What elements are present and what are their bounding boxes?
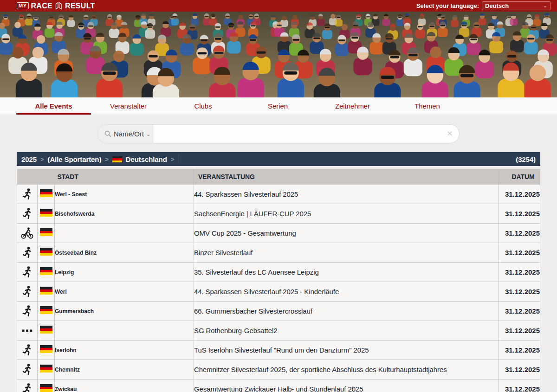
breadcrumb-divider [179,155,179,163]
city-cell: Gummersbach [55,302,194,321]
search-category-label: Name/Ort [114,130,144,138]
page: MY RACE RESULT Select your language: Deu… [0,0,557,392]
search-section: Name/Ort ⌄ ✕ [0,115,557,152]
tab-zeitnehmer[interactable]: Zeitnehmer [315,97,390,115]
event-name-cell: 44. Sparkassen Silvesterlauf 2025 - Kind… [194,282,499,302]
language-value: Deutsch [485,2,509,9]
event-name-cell: OMV Cup 2025 - Gesamtwertung [194,224,499,243]
breadcrumb-year[interactable]: 2025 [21,155,37,163]
date-cell: 31.12.2025 [499,204,540,224]
dots-icon [21,324,33,337]
event-name-cell: Chemnitzer Silvesterlauf 2025, der sport… [194,360,499,379]
search-input[interactable] [153,125,440,143]
city-cell [55,321,194,341]
event-name-cell: 44. Sparkassen Silvesterlauf 2025 [194,185,499,204]
tab-clubs[interactable]: Clubs [166,97,240,115]
logo-race-text: RACE [31,2,53,10]
city-cell: Werl - Soest [55,185,194,204]
events-table-wrap: STADT VERANSTALTUNG DATUM Werl - Soest 4… [17,169,540,392]
breadcrumb-country[interactable]: Deutschland [112,155,167,163]
my-raceresult-logo[interactable]: MY RACE RESULT [17,2,95,10]
search-bar: Name/Ort ⌄ ✕ [97,124,460,143]
breadcrumb-sport-label: (Alle Sportarten) [47,155,101,163]
table-header-row: STADT VERANSTALTUNG DATUM [17,169,540,185]
column-header-veranstaltung: VERANSTALTUNG [194,169,499,185]
runner-icon [21,266,33,278]
breadcrumb-sport[interactable]: (Alle Sportarten) [47,155,101,163]
event-name-cell: Gesamtwertung Zwickauer Halb- und Stunde… [194,379,499,392]
runner-icon [21,285,33,298]
tab-alle-events[interactable]: Alle Events [16,97,91,115]
tab-veranstalter[interactable]: Veranstalter [91,97,166,115]
runner-icon [21,344,33,356]
column-header-stadt: STADT [55,169,194,185]
clear-search-icon[interactable]: ✕ [440,129,459,138]
date-cell: 31.12.2025 [499,263,540,282]
breadcrumb-country-label: Deutschland [126,155,167,163]
germany-flag-icon [112,156,122,162]
city-cell: Chemnitz [55,360,194,379]
runner-icon [21,207,33,220]
date-cell: 31.12.2025 [499,185,540,204]
logo-my-badge: MY [17,2,29,9]
date-cell: 31.12.2025 [499,302,540,321]
event-name-cell: 66. Gummersbacher Silvestercrosslauf [194,302,499,321]
breadcrumb-year-label: 2025 [21,155,37,163]
event-name-cell: 35. Silvesterlauf des LC Auensee Leipzig [194,263,499,282]
tab-serien[interactable]: Serien [240,97,315,115]
city-cell: Ostseebad Binz [55,243,194,263]
event-row[interactable]: Bischofswerda SachsenEnergie | LÄUFER-CU… [17,204,540,224]
city-cell: Iserlohn [55,341,194,360]
date-cell: 31.12.2025 [499,341,540,360]
event-row[interactable]: Chemnitz Chemnitzer Silvesterlauf 2025, … [17,360,540,379]
cyclist-icon [21,227,33,239]
filter-breadcrumb-bar: 2025 > (Alle Sportarten) > Deutschland >… [17,152,540,166]
hero-image [0,12,557,97]
runner-icon [21,383,33,392]
germany-flag-icon [40,209,52,217]
language-label: Select your language: [416,2,479,9]
date-cell: 31.12.2025 [499,379,540,392]
germany-flag-icon [40,306,52,314]
country-column-header [38,169,55,185]
city-cell: Bischofswerda [55,204,194,224]
germany-flag-icon [40,228,52,236]
event-name-cell: SG Rothenburg-Gebsattel2 [194,321,499,341]
tab-themen[interactable]: Themen [390,97,465,115]
event-name-cell: SachsenEnergie | LÄUFER-CUP 2025 [194,204,499,224]
event-row[interactable]: Iserlohn TuS Iserlohn Silvesterlauf "Run… [17,341,540,360]
event-row[interactable]: Werl 44. Sparkassen Silvesterlauf 2025 -… [17,282,540,302]
event-row[interactable]: SG Rothenburg-Gebsattel2 31.12.2025 [17,321,540,341]
germany-flag-icon [40,267,52,275]
chevron-down-icon: ⌄ [146,131,150,137]
language-select[interactable]: Deutsch ⌄ [482,1,551,10]
event-row[interactable]: Werl - Soest 44. Sparkassen Silvesterlau… [17,185,540,204]
search-icon [104,130,111,137]
runner-icon [21,188,33,200]
germany-flag-icon [40,384,52,392]
event-name-cell: Binzer Silvesterlauf [194,243,499,263]
event-row[interactable]: OMV Cup 2025 - Gesamtwertung 31.12.2025 [17,224,540,243]
event-row[interactable]: Zwickau Gesamtwertung Zwickauer Halb- un… [17,379,540,392]
germany-flag-icon [40,365,52,373]
date-cell: 31.12.2025 [499,224,540,243]
raceresult-mark-icon [55,2,62,10]
event-count-badge: (3254) [516,155,536,163]
germany-flag-icon [40,345,52,353]
breadcrumb-separator: > [105,156,109,163]
breadcrumb-separator: > [40,156,44,163]
events-table: STADT VERANSTALTUNG DATUM Werl - Soest 4… [17,169,540,392]
tab-bar: Alle EventsVeranstalterClubsSerienZeitne… [0,97,557,115]
date-cell: 31.12.2025 [499,321,540,341]
breadcrumb-separator: > [171,156,175,163]
germany-flag-icon [40,287,52,295]
event-row[interactable]: Gummersbach 66. Gummersbacher Silvesterc… [17,302,540,321]
date-cell: 31.12.2025 [499,360,540,379]
event-row[interactable]: Ostseebad Binz Binzer Silvesterlauf 31.1… [17,243,540,263]
date-cell: 31.12.2025 [499,243,540,263]
event-name-cell: TuS Iserlohn Silvesterlauf "Rund um den … [194,341,499,360]
runner-icon [21,246,33,259]
event-row[interactable]: Leipzig 35. Silvesterlauf des LC Auensee… [17,263,540,282]
column-header-datum: DATUM [499,169,540,185]
search-category-dropdown[interactable]: Name/Ort ⌄ [98,125,153,143]
